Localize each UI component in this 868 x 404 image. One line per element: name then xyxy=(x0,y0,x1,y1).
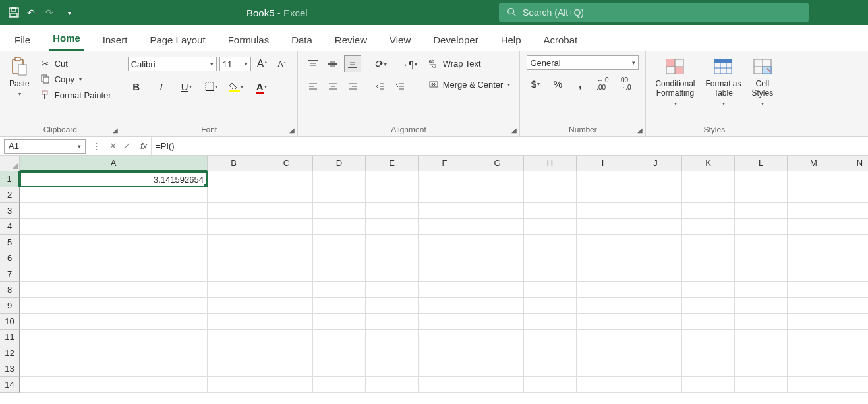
cell[interactable] xyxy=(208,266,260,282)
qat-customize-icon[interactable]: ▾ xyxy=(63,7,75,18)
cell[interactable] xyxy=(735,330,788,345)
cancel-formula-icon[interactable]: ✕ xyxy=(109,141,116,151)
cell[interactable] xyxy=(366,219,419,235)
cell[interactable] xyxy=(419,187,471,203)
cell[interactable] xyxy=(20,219,208,235)
cell[interactable] xyxy=(682,330,735,345)
row-header[interactable]: 4 xyxy=(0,219,20,235)
cell[interactable] xyxy=(735,250,788,266)
cell[interactable] xyxy=(20,377,208,393)
align-left-button[interactable] xyxy=(304,78,322,95)
cell[interactable] xyxy=(471,203,524,219)
cell[interactable] xyxy=(366,282,419,298)
cell[interactable] xyxy=(735,187,788,203)
cell[interactable] xyxy=(524,314,577,330)
row-header[interactable]: 14 xyxy=(0,377,20,393)
cell[interactable] xyxy=(629,171,682,187)
align-middle-button[interactable] xyxy=(324,55,341,72)
cell[interactable] xyxy=(788,314,840,330)
cell[interactable] xyxy=(629,282,682,298)
row-header[interactable]: 5 xyxy=(0,235,20,250)
cell[interactable] xyxy=(788,282,840,298)
cell[interactable] xyxy=(20,282,208,298)
cell[interactable] xyxy=(419,219,471,235)
cell[interactable] xyxy=(524,171,577,187)
cell[interactable] xyxy=(208,171,260,187)
cell[interactable] xyxy=(419,171,471,187)
wrap-text-button[interactable]: ab Wrap Text xyxy=(426,55,513,71)
row-header[interactable]: 8 xyxy=(0,282,20,298)
formula-input[interactable]: =PI() xyxy=(151,137,868,155)
cell[interactable] xyxy=(840,250,868,266)
cell[interactable] xyxy=(20,345,208,361)
cell[interactable] xyxy=(366,203,419,219)
tab-acrobat[interactable]: Acrobat xyxy=(540,29,582,51)
tab-data[interactable]: Data xyxy=(287,29,316,51)
cell[interactable] xyxy=(313,187,366,203)
row-header[interactable]: 6 xyxy=(0,250,20,266)
cell[interactable] xyxy=(735,298,788,314)
column-header[interactable]: E xyxy=(366,156,419,171)
cell-styles-button[interactable]: Cell Styles▾ xyxy=(749,55,776,108)
cut-button[interactable]: ✂ Cut xyxy=(38,55,114,71)
cell[interactable] xyxy=(419,203,471,219)
cell[interactable] xyxy=(313,377,366,393)
cell[interactable] xyxy=(735,345,788,361)
cell[interactable] xyxy=(840,203,868,219)
cell[interactable] xyxy=(260,203,313,219)
cell[interactable] xyxy=(524,330,577,345)
cell[interactable] xyxy=(577,377,629,393)
column-header[interactable]: L xyxy=(735,156,788,171)
tab-help[interactable]: Help xyxy=(497,29,525,51)
cell[interactable] xyxy=(419,377,471,393)
cell[interactable] xyxy=(208,330,260,345)
cell[interactable] xyxy=(366,330,419,345)
cell[interactable] xyxy=(260,266,313,282)
cell[interactable] xyxy=(260,361,313,377)
format-as-table-button[interactable]: Format as Table▾ xyxy=(703,55,743,108)
cell[interactable] xyxy=(366,250,419,266)
cell[interactable] xyxy=(471,345,524,361)
tab-page-layout[interactable]: Page Layout xyxy=(146,29,209,51)
cell[interactable] xyxy=(840,314,868,330)
decrease-decimal-button[interactable]: .00→.0 xyxy=(616,75,633,92)
row-header[interactable]: 10 xyxy=(0,314,20,330)
cell[interactable] xyxy=(471,298,524,314)
cell[interactable] xyxy=(840,219,868,235)
cell[interactable] xyxy=(735,171,788,187)
cell[interactable] xyxy=(208,345,260,361)
cell[interactable] xyxy=(682,314,735,330)
cell[interactable] xyxy=(260,171,313,187)
cell[interactable] xyxy=(419,298,471,314)
shrink-font-button[interactable]: A˅ xyxy=(274,55,291,72)
cell[interactable] xyxy=(471,314,524,330)
cell[interactable] xyxy=(629,330,682,345)
column-header[interactable]: J xyxy=(629,156,682,171)
cell[interactable] xyxy=(682,298,735,314)
fill-color-button[interactable]: ▾ xyxy=(228,78,245,95)
search-box[interactable]: Search (Alt+Q) xyxy=(499,3,809,22)
cell[interactable] xyxy=(788,203,840,219)
cell[interactable] xyxy=(208,314,260,330)
cell[interactable] xyxy=(20,330,208,345)
align-bottom-button[interactable] xyxy=(344,55,361,72)
cell[interactable] xyxy=(840,235,868,250)
cell[interactable] xyxy=(366,266,419,282)
cell[interactable] xyxy=(419,330,471,345)
cell[interactable] xyxy=(840,377,868,393)
tab-formulas[interactable]: Formulas xyxy=(224,29,274,51)
cell[interactable] xyxy=(629,345,682,361)
font-color-button[interactable]: A▾ xyxy=(253,78,270,95)
cell[interactable] xyxy=(577,171,629,187)
conditional-formatting-button[interactable]: Conditional Formatting▾ xyxy=(652,55,697,108)
accounting-format-button[interactable]: $▾ xyxy=(527,75,544,92)
cell[interactable] xyxy=(366,171,419,187)
column-header[interactable]: B xyxy=(208,156,260,171)
cell[interactable] xyxy=(629,235,682,250)
cell[interactable] xyxy=(471,171,524,187)
cell[interactable] xyxy=(629,187,682,203)
cell[interactable] xyxy=(577,250,629,266)
cell[interactable] xyxy=(471,250,524,266)
fbar-more-icon[interactable]: ⋮ xyxy=(90,141,102,151)
cell[interactable] xyxy=(313,345,366,361)
